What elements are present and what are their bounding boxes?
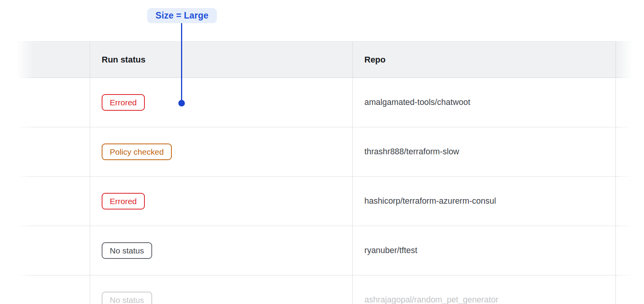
run-status-cell: Policy checked	[90, 127, 352, 176]
repo-cell: hashicorp/terraform-azurerm-consul	[352, 177, 615, 226]
row-cell-cut	[615, 226, 644, 275]
header-cell-repo: Repo	[352, 42, 615, 78]
row-cell-empty	[17, 127, 90, 176]
table-row[interactable]: No status ashrajagopal/random_pet_genera…	[17, 275, 644, 304]
repo-name: ashrajagopal/random_pet_generator	[364, 295, 498, 304]
repo-column-header: Repo	[364, 55, 386, 65]
repo-cell: amalgamated-tools/chatwoot	[352, 78, 615, 127]
status-badge: Errored	[102, 94, 145, 111]
table-row[interactable]: Errored hashicorp/terraform-azurerm-cons…	[17, 177, 644, 226]
run-status-cell: No status	[90, 226, 352, 275]
annotation-pointer-line	[181, 23, 182, 100]
header-cell-cut	[615, 42, 644, 78]
row-cell-cut	[615, 177, 644, 226]
row-cell-empty	[17, 275, 90, 304]
row-cell-cut	[615, 127, 644, 176]
repo-name: ryanuber/tftest	[364, 246, 417, 255]
header-cell-empty	[17, 42, 90, 78]
header-cell-run-status: Run status	[90, 42, 352, 78]
run-status-cell: Errored	[90, 177, 352, 226]
size-annotation-badge: Size = Large	[147, 8, 217, 23]
status-badge: Errored	[102, 193, 145, 209]
row-cell-cut	[615, 275, 644, 304]
repo-cell: ashrajagopal/random_pet_generator	[352, 275, 615, 304]
annotation-pointer-dot	[178, 100, 185, 106]
run-status-cell: Errored	[90, 78, 352, 127]
row-cell-empty	[17, 177, 90, 226]
run-status-cell: No status	[90, 275, 352, 304]
repo-name: hashicorp/terraform-azurerm-consul	[364, 196, 496, 206]
row-cell-empty	[17, 226, 90, 275]
status-badge: No status	[102, 242, 152, 259]
repo-name: thrashr888/terraform-slow	[364, 147, 459, 157]
table-row[interactable]: No status ryanuber/tftest	[17, 226, 644, 275]
row-cell-cut	[615, 78, 644, 127]
table-header-row: Run status Repo	[17, 41, 644, 78]
repo-cell: thrashr888/terraform-slow	[352, 127, 615, 176]
repo-name: amalgamated-tools/chatwoot	[364, 98, 470, 107]
runs-table: Run status Repo Errored amalgamated-tool…	[17, 41, 644, 304]
table-row[interactable]: Errored amalgamated-tools/chatwoot	[17, 78, 644, 127]
status-badge: No status	[102, 292, 152, 304]
table-row[interactable]: Policy checked thrashr888/terraform-slow	[17, 127, 644, 177]
run-status-column-header: Run status	[102, 55, 146, 65]
repo-cell: ryanuber/tftest	[352, 226, 615, 275]
status-badge: Policy checked	[102, 144, 172, 160]
row-cell-empty	[17, 78, 90, 127]
